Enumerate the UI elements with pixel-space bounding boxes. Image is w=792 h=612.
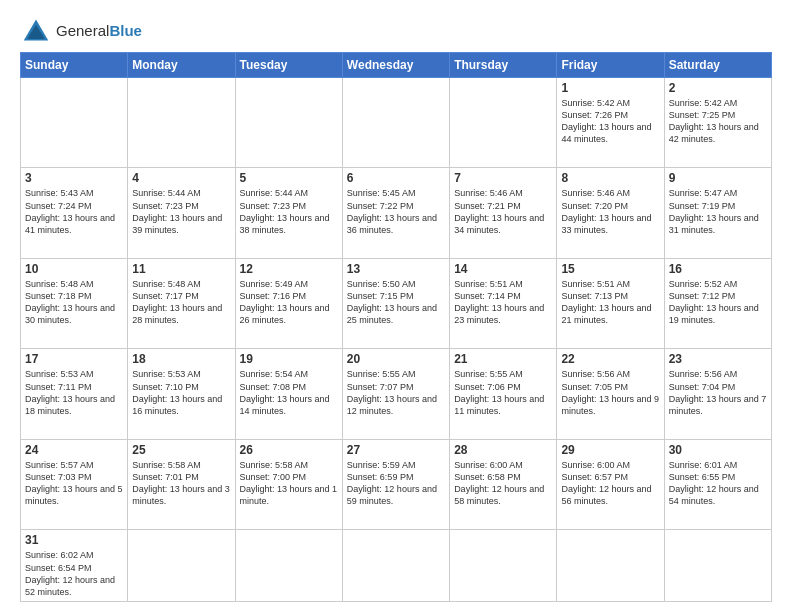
calendar-cell: 7Sunrise: 5:46 AM Sunset: 7:21 PM Daylig… [450, 168, 557, 258]
calendar-cell: 8Sunrise: 5:46 AM Sunset: 7:20 PM Daylig… [557, 168, 664, 258]
day-number: 16 [669, 262, 767, 276]
day-info: Sunrise: 5:57 AM Sunset: 7:03 PM Dayligh… [25, 459, 123, 508]
day-number: 26 [240, 443, 338, 457]
day-info: Sunrise: 5:42 AM Sunset: 7:25 PM Dayligh… [669, 97, 767, 146]
day-info: Sunrise: 6:00 AM Sunset: 6:57 PM Dayligh… [561, 459, 659, 508]
day-info: Sunrise: 6:00 AM Sunset: 6:58 PM Dayligh… [454, 459, 552, 508]
day-number: 23 [669, 352, 767, 366]
day-number: 22 [561, 352, 659, 366]
day-number: 30 [669, 443, 767, 457]
calendar-week-4: 17Sunrise: 5:53 AM Sunset: 7:11 PM Dayli… [21, 349, 772, 439]
calendar-cell: 3Sunrise: 5:43 AM Sunset: 7:24 PM Daylig… [21, 168, 128, 258]
calendar-cell: 15Sunrise: 5:51 AM Sunset: 7:13 PM Dayli… [557, 258, 664, 348]
day-info: Sunrise: 5:49 AM Sunset: 7:16 PM Dayligh… [240, 278, 338, 327]
day-info: Sunrise: 5:55 AM Sunset: 7:06 PM Dayligh… [454, 368, 552, 417]
day-number: 7 [454, 171, 552, 185]
day-number: 6 [347, 171, 445, 185]
day-info: Sunrise: 5:56 AM Sunset: 7:04 PM Dayligh… [669, 368, 767, 417]
day-info: Sunrise: 6:02 AM Sunset: 6:54 PM Dayligh… [25, 549, 123, 598]
day-info: Sunrise: 5:50 AM Sunset: 7:15 PM Dayligh… [347, 278, 445, 327]
day-info: Sunrise: 5:58 AM Sunset: 7:00 PM Dayligh… [240, 459, 338, 508]
day-info: Sunrise: 5:44 AM Sunset: 7:23 PM Dayligh… [240, 187, 338, 236]
day-number: 11 [132, 262, 230, 276]
day-info: Sunrise: 5:46 AM Sunset: 7:20 PM Dayligh… [561, 187, 659, 236]
day-info: Sunrise: 5:56 AM Sunset: 7:05 PM Dayligh… [561, 368, 659, 417]
calendar-cell: 12Sunrise: 5:49 AM Sunset: 7:16 PM Dayli… [235, 258, 342, 348]
day-info: Sunrise: 5:44 AM Sunset: 7:23 PM Dayligh… [132, 187, 230, 236]
day-number: 18 [132, 352, 230, 366]
day-number: 4 [132, 171, 230, 185]
calendar-cell: 1Sunrise: 5:42 AM Sunset: 7:26 PM Daylig… [557, 78, 664, 168]
day-number: 1 [561, 81, 659, 95]
day-number: 31 [25, 533, 123, 547]
day-info: Sunrise: 5:48 AM Sunset: 7:17 PM Dayligh… [132, 278, 230, 327]
calendar-cell: 25Sunrise: 5:58 AM Sunset: 7:01 PM Dayli… [128, 439, 235, 530]
day-info: Sunrise: 5:51 AM Sunset: 7:14 PM Dayligh… [454, 278, 552, 327]
day-info: Sunrise: 5:52 AM Sunset: 7:12 PM Dayligh… [669, 278, 767, 327]
calendar-week-6: 31Sunrise: 6:02 AM Sunset: 6:54 PM Dayli… [21, 530, 772, 602]
calendar-week-1: 1Sunrise: 5:42 AM Sunset: 7:26 PM Daylig… [21, 78, 772, 168]
day-header-thursday: Thursday [450, 53, 557, 78]
day-number: 27 [347, 443, 445, 457]
calendar-cell: 14Sunrise: 5:51 AM Sunset: 7:14 PM Dayli… [450, 258, 557, 348]
calendar-cell [128, 530, 235, 602]
day-header-saturday: Saturday [664, 53, 771, 78]
day-info: Sunrise: 5:55 AM Sunset: 7:07 PM Dayligh… [347, 368, 445, 417]
calendar-cell: 17Sunrise: 5:53 AM Sunset: 7:11 PM Dayli… [21, 349, 128, 439]
calendar-cell: 2Sunrise: 5:42 AM Sunset: 7:25 PM Daylig… [664, 78, 771, 168]
calendar-cell: 29Sunrise: 6:00 AM Sunset: 6:57 PM Dayli… [557, 439, 664, 530]
calendar-cell [450, 78, 557, 168]
calendar-cell: 4Sunrise: 5:44 AM Sunset: 7:23 PM Daylig… [128, 168, 235, 258]
calendar-cell [235, 78, 342, 168]
day-number: 19 [240, 352, 338, 366]
calendar-cell: 22Sunrise: 5:56 AM Sunset: 7:05 PM Dayli… [557, 349, 664, 439]
day-info: Sunrise: 5:47 AM Sunset: 7:19 PM Dayligh… [669, 187, 767, 236]
logo-text: GeneralBlue [56, 22, 142, 39]
calendar-week-3: 10Sunrise: 5:48 AM Sunset: 7:18 PM Dayli… [21, 258, 772, 348]
day-info: Sunrise: 5:53 AM Sunset: 7:11 PM Dayligh… [25, 368, 123, 417]
day-number: 9 [669, 171, 767, 185]
day-info: Sunrise: 5:53 AM Sunset: 7:10 PM Dayligh… [132, 368, 230, 417]
day-header-wednesday: Wednesday [342, 53, 449, 78]
day-info: Sunrise: 5:45 AM Sunset: 7:22 PM Dayligh… [347, 187, 445, 236]
day-number: 17 [25, 352, 123, 366]
calendar-cell: 9Sunrise: 5:47 AM Sunset: 7:19 PM Daylig… [664, 168, 771, 258]
day-number: 10 [25, 262, 123, 276]
day-header-monday: Monday [128, 53, 235, 78]
day-number: 2 [669, 81, 767, 95]
calendar-cell: 30Sunrise: 6:01 AM Sunset: 6:55 PM Dayli… [664, 439, 771, 530]
calendar-cell [21, 78, 128, 168]
calendar-cell [557, 530, 664, 602]
calendar-cell: 21Sunrise: 5:55 AM Sunset: 7:06 PM Dayli… [450, 349, 557, 439]
page-header: GeneralBlue [20, 16, 772, 44]
calendar-cell: 18Sunrise: 5:53 AM Sunset: 7:10 PM Dayli… [128, 349, 235, 439]
calendar-cell: 10Sunrise: 5:48 AM Sunset: 7:18 PM Dayli… [21, 258, 128, 348]
day-info: Sunrise: 6:01 AM Sunset: 6:55 PM Dayligh… [669, 459, 767, 508]
calendar-week-2: 3Sunrise: 5:43 AM Sunset: 7:24 PM Daylig… [21, 168, 772, 258]
day-number: 8 [561, 171, 659, 185]
calendar-cell: 19Sunrise: 5:54 AM Sunset: 7:08 PM Dayli… [235, 349, 342, 439]
day-number: 3 [25, 171, 123, 185]
calendar-cell: 28Sunrise: 6:00 AM Sunset: 6:58 PM Dayli… [450, 439, 557, 530]
day-header-tuesday: Tuesday [235, 53, 342, 78]
day-header-friday: Friday [557, 53, 664, 78]
day-info: Sunrise: 5:51 AM Sunset: 7:13 PM Dayligh… [561, 278, 659, 327]
day-number: 24 [25, 443, 123, 457]
calendar-cell [450, 530, 557, 602]
calendar-cell: 31Sunrise: 6:02 AM Sunset: 6:54 PM Dayli… [21, 530, 128, 602]
day-number: 12 [240, 262, 338, 276]
calendar-cell [664, 530, 771, 602]
day-info: Sunrise: 5:54 AM Sunset: 7:08 PM Dayligh… [240, 368, 338, 417]
calendar-cell: 6Sunrise: 5:45 AM Sunset: 7:22 PM Daylig… [342, 168, 449, 258]
calendar-cell: 16Sunrise: 5:52 AM Sunset: 7:12 PM Dayli… [664, 258, 771, 348]
day-info: Sunrise: 5:46 AM Sunset: 7:21 PM Dayligh… [454, 187, 552, 236]
day-number: 15 [561, 262, 659, 276]
day-info: Sunrise: 5:42 AM Sunset: 7:26 PM Dayligh… [561, 97, 659, 146]
calendar-cell: 23Sunrise: 5:56 AM Sunset: 7:04 PM Dayli… [664, 349, 771, 439]
calendar-header-row: SundayMondayTuesdayWednesdayThursdayFrid… [21, 53, 772, 78]
calendar-cell [235, 530, 342, 602]
day-number: 13 [347, 262, 445, 276]
logo-icon [20, 16, 52, 44]
day-info: Sunrise: 5:43 AM Sunset: 7:24 PM Dayligh… [25, 187, 123, 236]
calendar-cell: 24Sunrise: 5:57 AM Sunset: 7:03 PM Dayli… [21, 439, 128, 530]
